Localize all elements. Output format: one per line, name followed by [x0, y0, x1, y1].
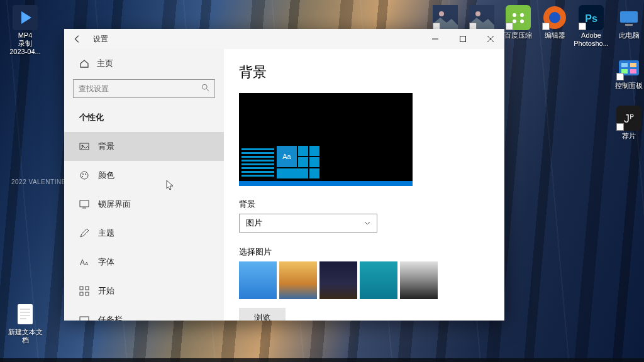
txt-icon: [13, 302, 38, 327]
minimize-button[interactable]: [421, 29, 449, 49]
image-icon: [79, 141, 89, 151]
taskbar-icon: [79, 315, 89, 321]
choose-picture-label: 选择图片: [239, 246, 489, 258]
maximize-button[interactable]: [449, 29, 477, 49]
search-box[interactable]: [73, 79, 215, 98]
svg-point-8: [513, 19, 516, 23]
screen-icon: [79, 199, 89, 209]
desktop-icon-label: 新建文本文档: [6, 328, 44, 344]
ps-icon: Ps: [579, 5, 604, 30]
preview-taskbar-icon: [239, 181, 413, 186]
select-value: 图片: [246, 217, 262, 229]
desktop-icon-new-text-doc[interactable]: 新建文本文档: [6, 302, 44, 344]
svg-text:A: A: [85, 261, 89, 266]
desktop-icon-file-2[interactable]: [463, 5, 501, 30]
back-arrow-icon: [73, 35, 82, 43]
play-icon: [13, 5, 38, 30]
svg-text:Ps: Ps: [585, 13, 597, 24]
background-type-select[interactable]: 图片: [239, 214, 377, 233]
pencil-icon: [79, 228, 89, 238]
browse-button[interactable]: 浏览: [239, 308, 286, 321]
svg-text:Jᴾ: Jᴾ: [624, 112, 634, 125]
img-icon: [469, 5, 494, 30]
picture-thumb-beach[interactable]: [279, 261, 317, 299]
svg-rect-38: [86, 292, 89, 295]
titlebar: 设置: [64, 29, 504, 49]
svg-point-28: [80, 172, 88, 179]
svg-point-29: [82, 173, 84, 175]
desktop-icon-label: 百度压缩: [504, 31, 532, 40]
home-link[interactable]: 主页: [64, 49, 224, 75]
svg-point-11: [549, 12, 560, 23]
svg-rect-36: [86, 287, 89, 290]
sidebar-item-start[interactable]: 开始: [64, 277, 224, 305]
sidebar: 主页 个性化 背景颜色锁屏界面主题AA字体开始任务栏: [64, 49, 224, 321]
search-icon: [201, 84, 210, 92]
desktop-icon-label: 荐片: [622, 132, 636, 140]
green-icon: [506, 5, 531, 30]
close-button[interactable]: [477, 29, 504, 49]
palette-icon: [79, 170, 89, 180]
sidebar-item-fonts[interactable]: AA字体: [64, 248, 224, 277]
desktop-icon-browser-compress[interactable]: 百度压缩: [499, 5, 537, 40]
sidebar-item-themes[interactable]: 主题: [64, 219, 224, 248]
picture-thumb-bw[interactable]: [400, 261, 438, 299]
sidebar-item-label: 字体: [98, 256, 114, 268]
grid-icon: [79, 286, 89, 296]
window-title: 设置: [93, 34, 108, 45]
svg-rect-23: [18, 304, 33, 324]
svg-rect-37: [80, 292, 83, 295]
svg-rect-18: [630, 63, 636, 67]
sidebar-item-taskbar[interactable]: 任务栏: [64, 305, 224, 321]
home-icon: [79, 58, 89, 69]
background-preview: Aa: [239, 93, 413, 186]
sidebar-item-lockscreen[interactable]: 锁屏界面: [64, 190, 224, 219]
svg-rect-20: [630, 69, 636, 74]
home-label: 主页: [97, 58, 113, 69]
preview-sample-text: Aa: [277, 146, 297, 167]
sidebar-item-label: 背景: [98, 141, 114, 152]
svg-rect-24: [460, 36, 466, 42]
search-input[interactable]: [73, 79, 215, 98]
desktop-icon-control-panel[interactable]: 控制面板: [610, 55, 644, 90]
picture-thumb-water[interactable]: [360, 261, 397, 299]
sidebar-item-label: 锁屏界面: [98, 199, 131, 210]
desktop-icon-label: 此电脑: [619, 31, 640, 40]
svg-rect-14: [620, 11, 638, 23]
picture-thumb-default[interactable]: [239, 261, 277, 299]
svg-point-6: [513, 13, 516, 17]
picture-thumb-night[interactable]: [319, 261, 357, 299]
cp-icon: [616, 55, 641, 80]
svg-point-27: [82, 145, 84, 147]
desktop-icon-label: 控制面板: [615, 82, 643, 90]
page-title: 背景: [239, 63, 489, 82]
desktop-icon-label: MP4 录制 2023-04...: [9, 31, 41, 57]
sidebar-item-label: 任务栏: [98, 314, 123, 321]
category-header: 个性化: [64, 107, 224, 132]
desktop-icon-mp4-recording[interactable]: MP4 录制 2023-04...: [6, 5, 44, 57]
sidebar-item-label: 开始: [98, 285, 114, 297]
svg-point-25: [202, 84, 207, 89]
svg-rect-15: [625, 24, 633, 26]
sidebar-item-colors[interactable]: 颜色: [64, 161, 224, 190]
settings-window: 设置 主页 个性化 背景颜色锁屏界面主题AA字体开始任务栏 背景: [64, 29, 504, 321]
sidebar-item-label: 主题: [98, 228, 114, 239]
desktop-icon-ruipian[interactable]: Jᴾ荐片: [610, 106, 644, 140]
desktop-icon-editor[interactable]: 编辑器: [536, 5, 574, 40]
svg-rect-39: [80, 317, 89, 321]
back-button[interactable]: [70, 32, 84, 46]
desktop-icon-this-pc[interactable]: 此电脑: [610, 5, 644, 40]
desktop-icon-label: 编辑器: [545, 31, 565, 40]
svg-point-31: [82, 176, 83, 177]
preview-start-tiles-icon: Aa: [277, 146, 319, 178]
taskbar[interactable]: [0, 358, 644, 362]
sidebar-item-label: 颜色: [98, 170, 114, 181]
svg-point-4: [475, 11, 480, 16]
sidebar-item-background[interactable]: 背景: [64, 132, 224, 161]
desktop-icon-photoshop[interactable]: PsAdobe Photosho...: [572, 5, 610, 48]
svg-rect-19: [621, 69, 628, 74]
pc-icon: [616, 5, 641, 30]
svg-text:A: A: [80, 258, 85, 267]
desktop-icon-file-1[interactable]: [426, 5, 464, 30]
jp-icon: Jᴾ: [616, 106, 641, 131]
